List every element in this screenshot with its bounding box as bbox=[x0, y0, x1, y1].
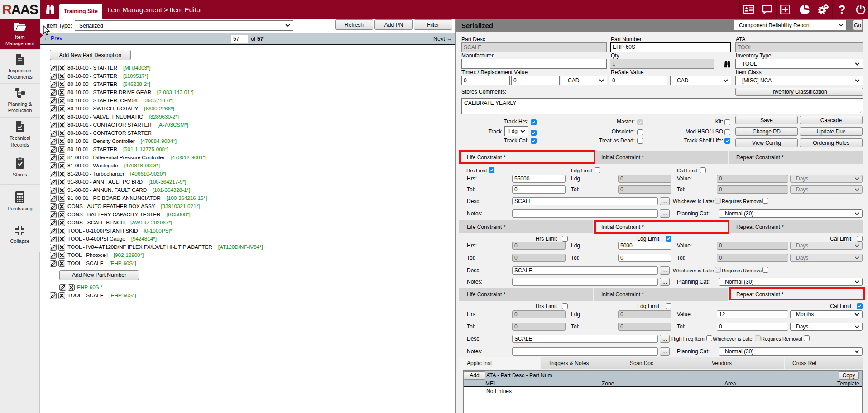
svg-text:?: ? bbox=[839, 3, 846, 16]
